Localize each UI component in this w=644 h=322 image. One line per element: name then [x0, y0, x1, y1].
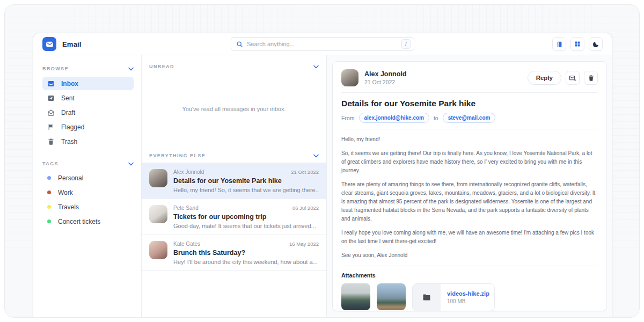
- everything-else-title: EVERYTHING ELSE: [149, 153, 206, 158]
- email-sender: Kate Gates: [173, 241, 200, 247]
- draft-icon: [47, 109, 55, 116]
- tag-label: Personal: [58, 174, 83, 182]
- body-paragraph: So, it seems we are getting there! Our t…: [341, 149, 598, 175]
- sidebar-item-inbox[interactable]: Inbox: [42, 77, 134, 90]
- from-label: From: [341, 115, 355, 121]
- main-area: BROWSE Inbox: [33, 55, 612, 318]
- tag-item-concert-tickets[interactable]: Concert tickets: [42, 215, 134, 228]
- divider: [341, 92, 598, 93]
- delete-mail-button[interactable]: [584, 71, 598, 85]
- attachment-file-name[interactable]: videos-hike.zip: [447, 290, 489, 297]
- tag-item-personal[interactable]: Personal: [42, 172, 134, 184]
- detail-date: 21 Oct 2022: [364, 79, 406, 85]
- trash-icon: [47, 138, 55, 145]
- tag-item-work[interactable]: Work: [42, 186, 134, 199]
- detail-subject: Details for our Yosemite Park hike: [341, 99, 598, 108]
- tag-color-dot: [47, 191, 51, 194]
- topbar-actions: [552, 37, 603, 51]
- tag-color-dot: [47, 205, 51, 209]
- screen: Email /: [0, 0, 644, 322]
- attachment-photo-valley[interactable]: [341, 283, 370, 310]
- browse-nav: Inbox Sent Draft: [42, 77, 134, 148]
- tag-label: Travels: [58, 203, 79, 211]
- dark-mode-button[interactable]: [589, 37, 603, 51]
- apps-grid-button[interactable]: [570, 37, 584, 51]
- body-paragraph: Hello, my friend!: [341, 135, 598, 144]
- email-date: 16 May 2022: [289, 241, 319, 247]
- search-shortcut-badge: /: [401, 39, 411, 49]
- trash-icon: [588, 75, 595, 82]
- unread-section-header[interactable]: UNREAD: [142, 55, 326, 74]
- app-title: Email: [62, 40, 82, 48]
- sidebar-item-label: Flagged: [61, 123, 84, 131]
- divider: [341, 266, 598, 266]
- reading-pane: Alex Jonnold 21 Oct 2022 Reply: [327, 55, 612, 318]
- notebook-button[interactable]: [552, 37, 566, 51]
- message-list-column: UNREAD You've read all messages in your …: [142, 55, 327, 318]
- tag-label: Work: [58, 189, 73, 196]
- body-paragraph: I really hope you love coming along with…: [341, 229, 598, 246]
- attachments-row: videos-hike.zip 100 MB: [341, 283, 598, 311]
- sidebar-item-draft[interactable]: Draft: [42, 106, 134, 119]
- chevron-down-icon[interactable]: [313, 65, 319, 69]
- attachment-file-card[interactable]: videos-hike.zip 100 MB: [412, 283, 495, 311]
- email-app-window: Email /: [33, 33, 612, 318]
- email-summary: Alex Jonnold 21 Oct 2022 Details for our…: [173, 169, 319, 193]
- email-subject: Tickets for our upcoming trip: [173, 213, 319, 221]
- search-bar[interactable]: /: [231, 37, 414, 51]
- forward-mail-button[interactable]: [566, 71, 580, 85]
- attachments-title: Attachments: [341, 272, 598, 279]
- email-logo-icon: [42, 37, 56, 51]
- tag-color-dot: [47, 176, 51, 180]
- chevron-down-icon[interactable]: [128, 67, 134, 71]
- grid-icon: [574, 41, 581, 47]
- search-input[interactable]: [247, 41, 398, 47]
- email-list: Alex Jonnold 21 Oct 2022 Details for our…: [142, 163, 326, 271]
- email-sender: Alex Jonnold: [173, 169, 204, 175]
- to-label: to: [434, 115, 438, 121]
- flag-icon: [47, 123, 55, 131]
- sidebar-item-label: Trash: [61, 138, 77, 145]
- tag-item-travels[interactable]: Travels: [42, 201, 134, 213]
- sidebar-item-label: Sent: [61, 94, 75, 102]
- browse-section-header[interactable]: BROWSE: [42, 57, 134, 77]
- inbox-icon: [47, 80, 55, 87]
- email-body: Hello, my friend! So, it seems we are ge…: [341, 135, 598, 260]
- tags-title: TAGS: [42, 161, 58, 166]
- email-subject: Details for our Yosemite Park hike: [173, 177, 319, 185]
- email-sender: Pete Sand: [173, 205, 199, 211]
- attachment-photo-halfdome[interactable]: [377, 283, 406, 310]
- chevron-down-icon[interactable]: [313, 154, 319, 158]
- sidebar-item-label: Inbox: [61, 80, 78, 87]
- detail-sender-name: Alex Jonnold: [364, 70, 406, 78]
- from-address-chip[interactable]: alex.jonnold@hike.com: [359, 113, 429, 123]
- topbar: Email /: [33, 33, 612, 55]
- body-signoff: See you soon, Alex Jonnold: [341, 251, 598, 260]
- sidebar-item-sent[interactable]: Sent: [42, 91, 134, 105]
- from-to-row: From alex.jonnold@hike.com to steve@mail…: [341, 113, 598, 123]
- everything-else-section-header[interactable]: EVERYTHING ELSE: [142, 144, 326, 163]
- email-list-item[interactable]: Alex Jonnold 21 Oct 2022 Details for our…: [142, 163, 326, 199]
- brand: Email: [42, 37, 82, 51]
- sidebar-item-flagged[interactable]: Flagged: [42, 120, 134, 134]
- folder-icon: [422, 294, 431, 301]
- background-frame: Email /: [4, 4, 640, 318]
- sidebar-item-trash[interactable]: Trash: [42, 135, 134, 148]
- chevron-down-icon[interactable]: [128, 162, 134, 166]
- avatar: [341, 69, 358, 86]
- attachment-file-size: 100 MB: [447, 298, 489, 304]
- tag-label: Concert tickets: [58, 218, 100, 225]
- avatar: [149, 169, 167, 187]
- tags-section-header[interactable]: TAGS: [42, 148, 134, 172]
- browse-title: BROWSE: [42, 66, 69, 71]
- avatar: [149, 205, 167, 223]
- email-detail-card: Alex Jonnold 21 Oct 2022 Reply: [332, 61, 607, 311]
- reply-button[interactable]: Reply: [528, 71, 561, 85]
- to-address-chip[interactable]: steve@mail.com: [443, 113, 496, 123]
- email-date: 21 Oct 2022: [291, 169, 319, 175]
- mail-forward-icon: [569, 75, 576, 82]
- email-list-item[interactable]: Pete Sand 06 Jul 2022 Tickets for our up…: [142, 199, 326, 235]
- email-snippet: Hey! I'll be around the city this weeken…: [173, 259, 319, 265]
- email-list-item[interactable]: Kate Gates 16 May 2022 Brunch this Satur…: [142, 235, 326, 271]
- detail-header: Alex Jonnold 21 Oct 2022 Reply: [341, 69, 598, 86]
